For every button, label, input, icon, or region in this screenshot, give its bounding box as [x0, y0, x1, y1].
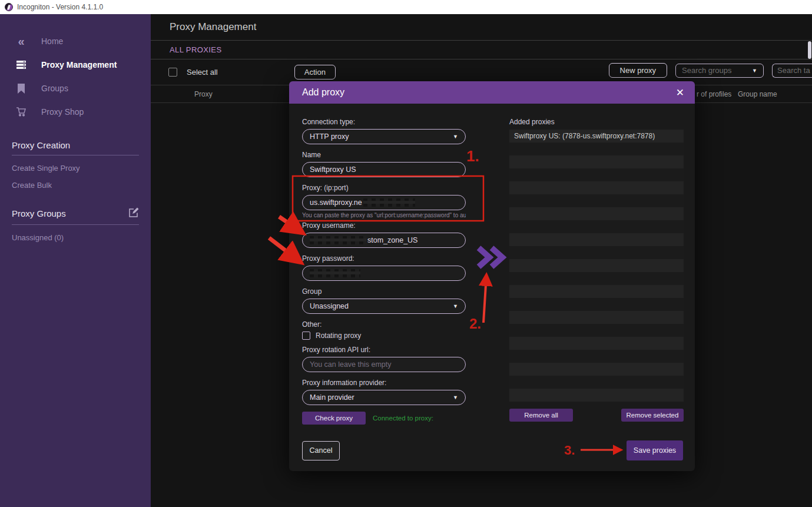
sidebar-item-home[interactable]: « Home: [0, 29, 151, 53]
username-input[interactable]: stom_zone_US: [302, 233, 466, 248]
added-proxy-row[interactable]: [509, 259, 684, 272]
password-label: Proxy password:: [302, 254, 466, 263]
username-value: stom_zone_US: [367, 236, 417, 244]
app-title: Incogniton - Version 4.1.1.0: [17, 3, 103, 11]
server-icon: [15, 60, 27, 69]
sidebar-item-label: Proxy Management: [41, 60, 117, 69]
edit-icon[interactable]: [128, 207, 139, 220]
added-proxy-row[interactable]: [509, 272, 684, 285]
sidebar-item-label: Home: [41, 37, 63, 46]
provider-dropdown[interactable]: Main provider ▼: [302, 390, 466, 405]
proxy-ip-input[interactable]: us.swiftproxy.ne: [302, 195, 466, 210]
add-proxy-modal: Add proxy ✕ Connection type: HTTP proxy …: [289, 81, 695, 471]
name-value: Swiftproxy US: [310, 165, 356, 174]
modal-title: Add proxy: [302, 87, 344, 98]
titlebar: Incogniton - Version 4.1.1.0: [0, 0, 812, 14]
scrollbar-thumb[interactable]: [808, 41, 811, 59]
added-proxy-row[interactable]: [509, 337, 684, 350]
sidebar-section-proxy-creation: Proxy Creation Create Single Proxy Creat…: [12, 140, 139, 190]
check-proxy-button[interactable]: Check proxy: [302, 412, 366, 425]
added-proxy-row[interactable]: [509, 311, 684, 324]
added-proxy-row[interactable]: [509, 220, 684, 233]
sidebar-link-create-single-proxy[interactable]: Create Single Proxy: [12, 164, 139, 173]
added-proxy-row[interactable]: [509, 324, 684, 337]
search-tags-input[interactable]: Search ta: [772, 64, 812, 78]
sidebar-link-unassigned-group[interactable]: Unassigned (0): [12, 233, 139, 242]
column-header-group: Group name: [738, 90, 777, 98]
sidebar-item-proxy-shop[interactable]: Proxy Shop: [0, 100, 151, 124]
group-value: Unassigned: [310, 302, 349, 310]
other-label: Other:: [302, 320, 466, 329]
sidebar-item-groups[interactable]: Groups: [0, 77, 151, 100]
name-input[interactable]: Swiftproxy US: [302, 162, 466, 177]
cancel-button[interactable]: Cancel: [302, 441, 340, 460]
sidebar: « Home Proxy Management Groups Proxy Sho…: [0, 14, 151, 507]
added-proxy-row[interactable]: [509, 143, 684, 155]
added-proxy-row[interactable]: [509, 155, 684, 168]
search-tags-placeholder: Search ta: [777, 66, 810, 75]
modal-header: Add proxy ✕: [289, 81, 695, 104]
connection-type-label: Connection type:: [302, 118, 466, 126]
added-proxy-row[interactable]: [509, 350, 684, 363]
password-input[interactable]: [302, 266, 466, 281]
added-proxy-row[interactable]: [509, 376, 684, 389]
close-icon[interactable]: ✕: [676, 88, 684, 98]
redacted-blur: [310, 269, 360, 277]
chevron-down-icon: ▼: [453, 395, 458, 400]
added-proxy-row[interactable]: [509, 285, 684, 298]
sidebar-item-label: Proxy Shop: [41, 107, 84, 117]
group-label: Group: [302, 287, 466, 296]
added-proxy-row[interactable]: [509, 246, 684, 259]
connection-type-value: HTTP proxy: [310, 132, 349, 141]
new-proxy-button[interactable]: New proxy: [609, 63, 667, 78]
added-proxy-row[interactable]: [509, 207, 684, 220]
sidebar-section-proxy-groups: Proxy Groups Unassigned (0): [12, 207, 139, 242]
search-groups-placeholder: Search groups: [682, 66, 732, 75]
column-header-profiles: r of profiles: [697, 90, 731, 98]
rotation-api-placeholder: You can leave this empty: [310, 360, 392, 369]
column-header-proxy: Proxy: [194, 90, 213, 98]
chevron-down-icon: ▼: [453, 134, 458, 140]
search-groups-dropdown[interactable]: Search groups ▼: [675, 64, 764, 78]
name-label: Name: [302, 151, 466, 159]
chevron-down-icon: ▼: [752, 68, 757, 74]
provider-label: Proxy information provider:: [302, 379, 466, 387]
added-proxy-row[interactable]: [509, 363, 684, 376]
remove-all-button[interactable]: Remove all: [509, 409, 573, 422]
section-title: ALL PROXIES: [170, 45, 221, 54]
chevron-down-icon: ▼: [453, 303, 458, 309]
app-logo-icon: [5, 3, 13, 11]
added-proxies-list: Swiftproxy US: (7878-us.swiftproxy.net:7…: [509, 130, 684, 402]
sidebar-item-label: Groups: [41, 84, 68, 93]
select-all-label: Select all: [187, 68, 218, 77]
added-proxy-row[interactable]: [509, 389, 684, 402]
connection-type-dropdown[interactable]: HTTP proxy ▼: [302, 129, 466, 144]
rotation-api-input[interactable]: You can leave this empty: [302, 357, 466, 372]
save-proxies-button[interactable]: Save proxies: [627, 440, 683, 460]
sidebar-item-proxy-management[interactable]: Proxy Management: [0, 53, 151, 77]
added-proxies-label: Added proxies: [509, 118, 684, 126]
added-proxy-row[interactable]: [509, 168, 684, 181]
sidebar-link-create-bulk[interactable]: Create Bulk: [12, 181, 139, 190]
rotating-proxy-label: Rotating proxy: [316, 332, 361, 340]
section-title: Proxy Groups: [12, 208, 66, 218]
remove-selected-button[interactable]: Remove selected: [621, 409, 684, 422]
section-title: Proxy Creation: [12, 140, 70, 150]
action-button[interactable]: Action: [294, 65, 336, 79]
rotating-proxy-checkbox[interactable]: [302, 332, 310, 340]
added-proxy-row[interactable]: [509, 233, 684, 246]
collapse-icon[interactable]: «: [15, 35, 27, 47]
page-title: Proxy Management: [170, 21, 256, 33]
added-proxy-row[interactable]: [509, 181, 684, 194]
proxy-status-text: Connected to proxy:: [373, 415, 433, 422]
page-header: Proxy Management: [151, 14, 812, 41]
group-dropdown[interactable]: Unassigned ▼: [302, 299, 466, 314]
cart-icon: [15, 107, 27, 117]
added-proxy-row[interactable]: [509, 298, 684, 311]
added-proxy-row[interactable]: [509, 194, 684, 207]
added-proxy-row[interactable]: Swiftproxy US: (7878-us.swiftproxy.net:7…: [509, 130, 684, 143]
username-label: Proxy username:: [302, 221, 466, 230]
section-bar: ALL PROXIES: [151, 41, 812, 59]
select-all-checkbox[interactable]: [168, 68, 177, 77]
proxy-help-text: You can paste the proxy as "url:port:use…: [302, 212, 466, 218]
